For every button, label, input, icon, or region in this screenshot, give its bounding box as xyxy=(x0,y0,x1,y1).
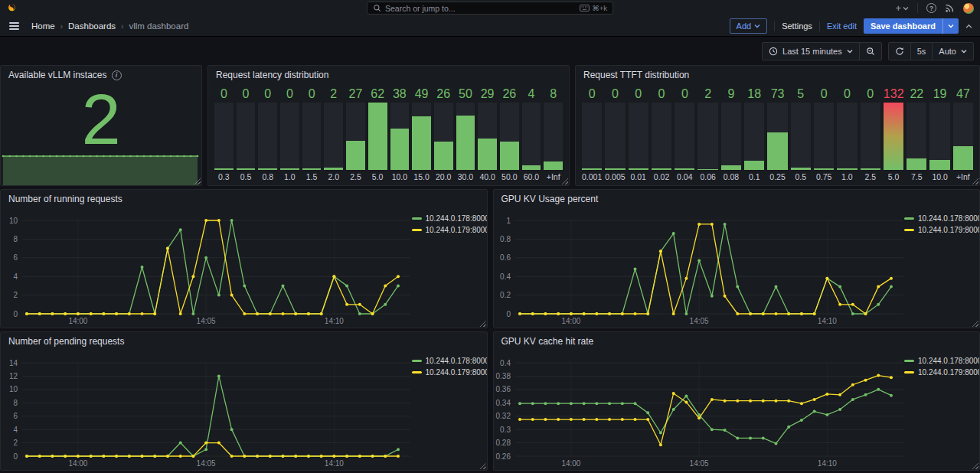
timeseries-plot[interactable]: 024681014:0014:0514:10 xyxy=(1,208,412,328)
search-icon xyxy=(373,4,381,12)
news-button[interactable] xyxy=(945,3,955,13)
bar-category-label: 2.5 xyxy=(861,170,880,181)
bar-category-label: 0.75 xyxy=(814,170,834,181)
panel-title: GPU KV Usage percent xyxy=(501,194,599,204)
bar-fill xyxy=(412,116,431,170)
settings-button[interactable]: Settings xyxy=(782,21,812,31)
bar-column-30.0: 5030.0 xyxy=(456,86,475,181)
bar-category-label: 5.0 xyxy=(368,170,387,181)
panel-header[interactable]: Request TTFT distribution xyxy=(576,66,979,84)
legend-item[interactable]: 10.244.0.178:8000 xyxy=(412,214,482,223)
menu-toggle-icon[interactable] xyxy=(8,21,21,31)
refresh-button[interactable] xyxy=(889,43,910,60)
zoom-out-icon xyxy=(866,47,875,56)
breadcrumb-toolbar: Home › Dashboards › vllm dashboard Add S… xyxy=(0,16,980,37)
bar-fill xyxy=(434,142,453,170)
bar-fill xyxy=(280,168,299,170)
legend-item[interactable]: 10.244.0.179:8000 xyxy=(412,226,482,234)
bar-track xyxy=(237,103,256,170)
new-menu-button[interactable]: + xyxy=(895,3,909,13)
bar-category-label: 0.5 xyxy=(237,170,256,181)
bar-track xyxy=(368,103,387,170)
bar-fill xyxy=(368,103,387,170)
auto-label: Auto xyxy=(939,47,956,56)
legend-label: 10.244.0.178:8000 xyxy=(918,214,980,223)
series-color-dash xyxy=(412,371,422,374)
global-search[interactable]: ⌘+k xyxy=(367,2,613,15)
panel-header[interactable]: Number of pending requests xyxy=(1,332,487,351)
bar-track xyxy=(582,103,602,170)
user-avatar[interactable] xyxy=(963,3,974,14)
legend-item[interactable]: 10.244.0.178:8000 xyxy=(904,357,975,365)
bar-value: 27 xyxy=(346,86,365,102)
bar-value: 26 xyxy=(434,86,453,102)
bar-column-7.5: 227.5 xyxy=(906,86,926,181)
svg-text:14:00: 14:00 xyxy=(561,459,580,468)
help-button[interactable]: ? xyxy=(926,3,936,13)
legend-item[interactable]: 10.244.0.179:8000 xyxy=(904,368,975,377)
bar-column-0.25: 730.25 xyxy=(767,86,787,181)
legend-label: 10.244.0.178:8000 xyxy=(426,357,488,365)
bar-category-label: 2.0 xyxy=(324,170,343,181)
time-range-label: Last 15 minutes xyxy=(782,47,842,56)
save-dashboard-caret[interactable] xyxy=(942,18,959,34)
divider xyxy=(819,21,820,31)
timeseries-plot[interactable]: 00.20.40.60.8114:0014:0514:10 xyxy=(494,208,905,328)
breadcrumb-home[interactable]: Home xyxy=(31,21,55,31)
legend-item[interactable]: 10.244.0.178:8000 xyxy=(904,214,975,223)
timeseries-plot[interactable]: 0246810121414:0014:0514:10 xyxy=(1,351,412,470)
breadcrumb-dashboards[interactable]: Dashboards xyxy=(68,21,116,31)
refresh-interval-label[interactable]: 5s xyxy=(910,43,933,60)
bar-category-label: 0.01 xyxy=(629,170,648,181)
bar-value: 19 xyxy=(929,86,949,102)
timeseries-plot[interactable]: 0.260.280.30.320.340.360.380.414:0014:05… xyxy=(494,351,905,470)
bar-column-15.0: 4915.0 xyxy=(412,86,431,181)
bar-fill xyxy=(837,168,857,170)
panel-header[interactable]: GPU KV cache hit rate xyxy=(494,332,980,351)
bar-fill xyxy=(258,168,277,170)
bar-category-label: 5.0 xyxy=(884,170,903,181)
add-button[interactable]: Add xyxy=(730,18,768,34)
bar-track xyxy=(953,103,973,170)
bar-gauge[interactable]: 00.00100.00500.0100.0200.0420.0690.08180… xyxy=(576,84,979,185)
search-shortcut: ⌘+k xyxy=(580,4,607,12)
save-dashboard-button[interactable]: Save dashboard xyxy=(864,18,959,34)
svg-text:0: 0 xyxy=(13,310,18,318)
bar-track xyxy=(522,103,541,170)
time-range-picker[interactable]: Last 15 minutes xyxy=(763,43,859,60)
zoom-out-button[interactable] xyxy=(859,43,881,60)
bar-value: 73 xyxy=(767,86,787,102)
add-button-label: Add xyxy=(737,21,752,31)
bar-gauge[interactable]: 00.300.500.801.001.522.0272.5625.03810.0… xyxy=(208,84,569,185)
svg-text:14:10: 14:10 xyxy=(817,317,836,325)
collapse-toolbar-button[interactable] xyxy=(965,24,972,29)
panel-header[interactable]: Request latency distribution xyxy=(208,66,569,84)
auto-refresh-picker[interactable]: Auto xyxy=(932,43,973,60)
legend-item[interactable]: 10.244.0.179:8000 xyxy=(904,226,975,234)
bar-column-10.0: 3810.0 xyxy=(390,86,410,181)
legend: 10.244.0.178:800010.244.0.179:8000 xyxy=(904,208,979,328)
bar-fill xyxy=(814,168,834,170)
grafana-logo-icon[interactable] xyxy=(6,2,18,15)
panel-request-ttft: Request TTFT distribution 00.00100.00500… xyxy=(575,65,980,186)
panel-header[interactable]: GPU KV Usage percent xyxy=(494,190,980,208)
bar-column-0.001: 00.001 xyxy=(582,86,602,181)
panel-header[interactable]: Number of running requests xyxy=(1,190,487,208)
info-icon[interactable]: i xyxy=(112,70,122,80)
bar-value: 0 xyxy=(652,86,671,102)
panel-request-latency: Request latency distribution 00.300.500.… xyxy=(207,65,570,186)
bar-column-1.0: 01.0 xyxy=(280,86,299,181)
panel-title: Request latency distribution xyxy=(216,70,328,80)
refresh-group: 5s Auto xyxy=(888,42,974,60)
bar-value: 62 xyxy=(368,86,387,102)
search-input[interactable] xyxy=(385,4,576,13)
bar-category-label: 0.06 xyxy=(697,170,717,181)
bar-column-1.5: 01.5 xyxy=(302,86,322,181)
legend-item[interactable]: 10.244.0.179:8000 xyxy=(412,368,482,377)
stat-body: 2 xyxy=(1,84,201,185)
svg-text:12: 12 xyxy=(9,372,18,380)
time-range-group: Last 15 minutes xyxy=(762,42,882,60)
svg-text:14:05: 14:05 xyxy=(689,317,708,325)
legend-item[interactable]: 10.244.0.178:8000 xyxy=(412,357,482,365)
exit-edit-button[interactable]: Exit edit xyxy=(827,21,857,31)
